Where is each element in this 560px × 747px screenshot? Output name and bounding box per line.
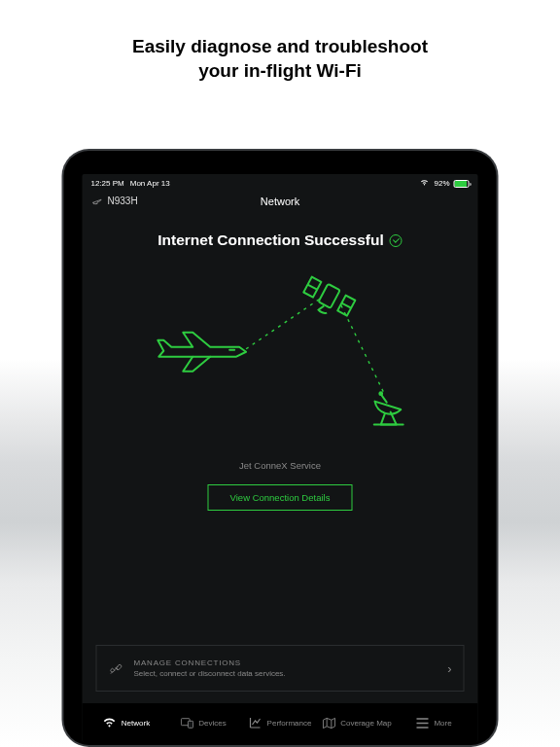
tab-bar: Network Devices Performance Coverage Map… bbox=[83, 703, 478, 742]
battery-icon bbox=[454, 180, 470, 188]
plug-icon bbox=[109, 660, 124, 676]
menu-icon bbox=[415, 716, 429, 729]
svg-line-1 bbox=[341, 305, 384, 393]
svg-line-7 bbox=[341, 303, 351, 308]
page-title: Network bbox=[261, 196, 299, 207]
tab-devices[interactable]: Devices bbox=[165, 716, 242, 729]
wifi-icon bbox=[420, 180, 428, 188]
tab-performance[interactable]: Performance bbox=[242, 716, 319, 729]
hero-caption: Easily diagnose and troubleshoot your in… bbox=[0, 35, 560, 83]
tab-more[interactable]: More bbox=[396, 716, 472, 729]
airplane-icon bbox=[158, 333, 246, 372]
svg-point-9 bbox=[379, 392, 382, 395]
devices-icon bbox=[180, 716, 193, 729]
svg-rect-12 bbox=[188, 721, 192, 728]
svg-line-8 bbox=[382, 396, 387, 403]
tail-number[interactable]: N933H bbox=[92, 196, 138, 206]
manage-title: MANAGE CONNECTIONS bbox=[134, 658, 438, 667]
connection-heading: Internet Connection Successful bbox=[96, 231, 465, 249]
map-icon bbox=[322, 716, 335, 729]
svg-rect-3 bbox=[319, 284, 340, 308]
hero-line-1: Easily diagnose and troubleshoot bbox=[0, 35, 560, 59]
chevron-right-icon: › bbox=[447, 661, 451, 676]
hero-line-2: your in-flight Wi-Fi bbox=[0, 59, 560, 84]
app-screen: 12:25 PM Mon Apr 13 92% N933H Network In… bbox=[83, 174, 478, 742]
tab-network[interactable]: Network bbox=[88, 716, 165, 729]
performance-icon bbox=[249, 716, 262, 729]
nav-header: N933H Network bbox=[83, 190, 478, 212]
svg-line-5 bbox=[308, 285, 318, 290]
check-icon bbox=[390, 234, 402, 247]
connection-diagram bbox=[96, 255, 465, 452]
manage-sub: Select, connect or disconnect data servi… bbox=[134, 669, 438, 678]
tab-coverage-map[interactable]: Coverage Map bbox=[319, 716, 396, 729]
ipad-frame: 12:25 PM Mon Apr 13 92% N933H Network In… bbox=[62, 149, 499, 747]
service-label: Jet ConneX Service bbox=[96, 460, 465, 471]
manage-connections-row[interactable]: MANAGE CONNECTIONS Select, connect or di… bbox=[96, 645, 465, 692]
status-time: 12:25 PM bbox=[91, 179, 124, 188]
ground-station-icon bbox=[374, 392, 403, 424]
view-details-button[interactable]: View Connection Details bbox=[208, 484, 353, 511]
status-date: Mon Apr 13 bbox=[130, 179, 170, 188]
wifi-icon bbox=[103, 716, 117, 729]
satellite-icon bbox=[303, 277, 355, 316]
battery-percent: 92% bbox=[434, 179, 449, 188]
svg-line-0 bbox=[246, 298, 322, 349]
status-bar: 12:25 PM Mon Apr 13 92% bbox=[83, 174, 478, 190]
